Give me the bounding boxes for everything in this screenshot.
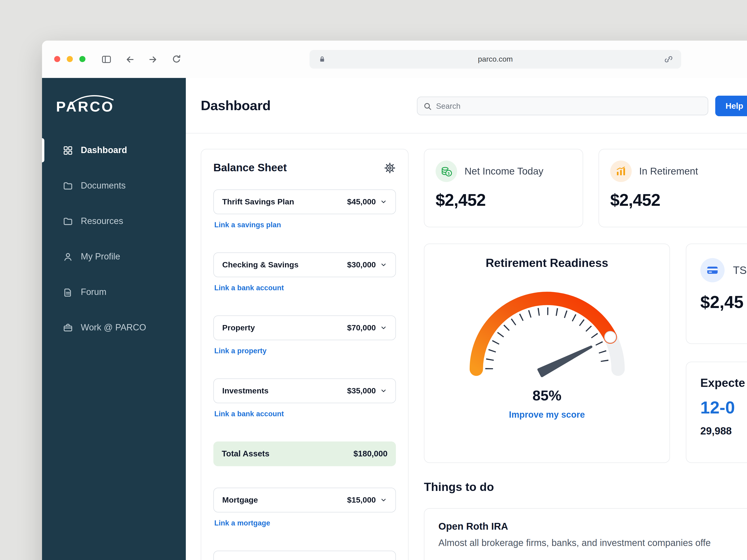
expected-date: 12-0	[700, 398, 747, 418]
readiness-gauge	[455, 281, 639, 383]
todo-title: Open Roth IRA	[438, 521, 747, 532]
todo-body: Almost all brokerage firms, banks, and i…	[438, 538, 747, 548]
bar-chart-icon	[610, 161, 632, 182]
improve-score-link[interactable]: Improve my score	[509, 410, 585, 420]
gauge-title: Retirement Readiness	[424, 256, 670, 270]
page-header: Dashboard Help	[186, 78, 747, 133]
coins-icon: $	[436, 161, 457, 182]
chevron-down-icon	[380, 198, 387, 205]
things-to-do-heading: Things to do	[424, 480, 494, 494]
help-button[interactable]: Help	[715, 96, 747, 116]
close-window-button[interactable]	[54, 56, 60, 62]
copy-link-icon[interactable]	[664, 54, 674, 64]
sidebar-item-forum[interactable]: Forum	[42, 281, 186, 304]
chevron-down-icon	[380, 497, 387, 504]
grid-icon	[62, 145, 73, 156]
parco-logo: PARCO	[56, 99, 145, 115]
chevron-down-icon	[380, 387, 387, 394]
total-assets-label: Total Assets	[222, 449, 269, 459]
row-value: $35,000	[347, 386, 376, 396]
balance-sheet-card: Balance Sheet	[201, 149, 409, 560]
row-value: $70,000	[347, 323, 376, 332]
chevron-down-icon	[380, 261, 387, 268]
sidebar-item-label: Documents	[81, 181, 126, 191]
balance-sheet-row-property[interactable]: Property $70,000	[213, 316, 396, 340]
lock-icon	[317, 54, 327, 64]
balance-sheet-title: Balance Sheet	[213, 161, 287, 174]
browser-chrome: parco.com	[42, 41, 747, 78]
balance-sheet-row-mortgage[interactable]: Mortgage $15,000	[213, 488, 396, 512]
folder-icon	[62, 180, 73, 191]
balance-sheet-row-thrift-savings-plan[interactable]: Thrift Savings Plan $45,000	[213, 189, 396, 214]
svg-text:$: $	[447, 171, 449, 176]
row-value: $30,000	[347, 260, 376, 269]
balance-sheet-row-partial[interactable]	[213, 551, 396, 560]
browser-window: parco.com PARCO	[42, 41, 747, 560]
sidebar-item-label: Resources	[81, 216, 123, 226]
row-label: Property	[222, 323, 255, 332]
link-bank-account[interactable]: Link a bank account	[214, 410, 284, 418]
fullscreen-window-button[interactable]	[79, 56, 85, 62]
briefcase-icon	[62, 322, 73, 333]
sidebar-item-label: Forum	[81, 287, 106, 297]
in-retirement-value: $2,452	[610, 190, 747, 210]
link-savings-plan[interactable]: Link a savings plan	[214, 221, 281, 229]
balance-sheet-row-investments[interactable]: Investments $35,000	[213, 378, 396, 403]
sidebar-nav: Dashboard Documents Resources	[42, 139, 186, 339]
sidebar-item-label: Work @ PARCO	[81, 322, 146, 333]
expected-card: Expecte 12-0 29,988	[686, 362, 747, 463]
sidebar-toggle-icon[interactable]	[101, 54, 112, 65]
expected-title: Expecte	[700, 376, 747, 390]
sidebar-item-work-at-parco[interactable]: Work @ PARCO	[42, 316, 186, 339]
tsp-value: $2,45	[700, 293, 747, 312]
row-label: Thrift Savings Plan	[222, 197, 294, 207]
in-retirement-card: In Retirement $2,452	[598, 149, 747, 227]
minimize-window-button[interactable]	[67, 56, 73, 62]
main-content: Dashboard Help Balance Sheet	[186, 78, 747, 560]
sidebar: PARCO Dashboard	[42, 78, 186, 560]
sidebar-item-my-profile[interactable]: My Profile	[42, 245, 186, 268]
back-icon[interactable]	[124, 54, 135, 65]
net-income-value: $2,452	[436, 190, 571, 210]
link-mortgage[interactable]: Link a mortgage	[214, 519, 270, 527]
sidebar-item-documents[interactable]: Documents	[42, 174, 186, 197]
sidebar-item-label: My Profile	[81, 251, 120, 262]
balance-sheet-row-checking-savings[interactable]: Checking & Savings $30,000	[213, 252, 396, 277]
url-text: parco.com	[310, 55, 681, 63]
folder-icon	[62, 216, 73, 226]
row-label: Mortgage	[222, 496, 258, 505]
sidebar-item-resources[interactable]: Resources	[42, 210, 186, 233]
gear-icon	[384, 162, 396, 174]
search-input[interactable]	[417, 97, 708, 115]
user-icon	[62, 251, 73, 262]
retirement-readiness-card: Retirement Readiness	[424, 244, 670, 463]
search-box	[417, 97, 708, 115]
sidebar-item-label: Dashboard	[81, 145, 127, 155]
row-value: $45,000	[347, 197, 376, 207]
document-icon	[62, 287, 73, 297]
total-assets-row: Total Assets $180,000	[213, 442, 396, 466]
tsp-label: TS	[733, 264, 747, 276]
net-income-card: $ Net Income Today $2,452	[424, 149, 583, 227]
page-title: Dashboard	[201, 98, 271, 113]
row-label: Checking & Savings	[222, 260, 299, 269]
app: PARCO Dashboard	[42, 78, 747, 560]
row-label: Investments	[222, 386, 268, 396]
active-indicator	[42, 138, 44, 162]
sidebar-item-dashboard[interactable]: Dashboard	[42, 139, 186, 162]
refresh-icon[interactable]	[171, 54, 182, 65]
todo-card-open-roth-ira[interactable]: Open Roth IRA Almost all brokerage firms…	[424, 508, 747, 560]
link-property[interactable]: Link a property	[214, 347, 266, 355]
settings-button[interactable]	[384, 162, 396, 174]
expected-number: 29,988	[700, 425, 747, 437]
row-value: $15,000	[347, 496, 376, 505]
browser-nav-controls	[101, 41, 182, 78]
logo-swoosh-icon	[67, 92, 117, 108]
chevron-down-icon	[380, 324, 387, 331]
address-bar[interactable]: parco.com	[310, 50, 681, 69]
gauge-percent: 85%	[424, 387, 670, 404]
in-retirement-label: In Retirement	[639, 166, 698, 177]
tsp-card: TS $2,45	[686, 244, 747, 344]
link-bank-account[interactable]: Link a bank account	[214, 284, 284, 292]
forward-icon[interactable]	[148, 54, 159, 65]
